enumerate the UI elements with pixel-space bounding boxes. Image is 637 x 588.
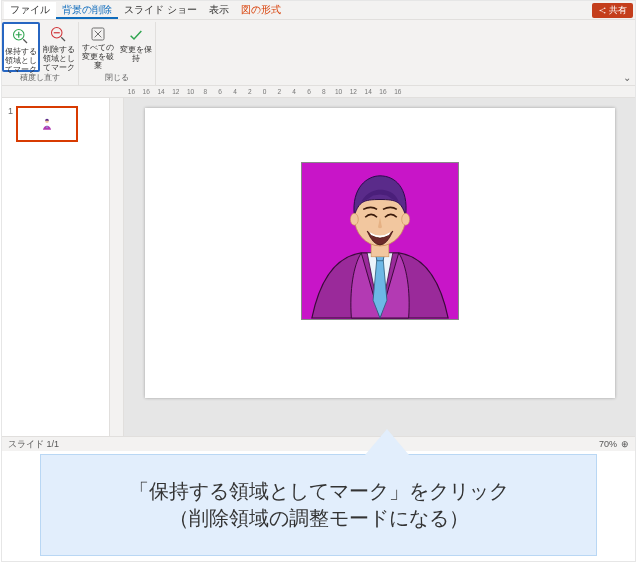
collapse-ribbon-icon[interactable]: ⌄ — [623, 72, 631, 83]
tab-slideshow[interactable]: スライド ショー — [118, 2, 203, 19]
mark-areas-to-remove-button[interactable]: 削除する領域としてマーク — [40, 22, 78, 72]
selected-picture[interactable] — [301, 162, 459, 320]
svg-point-8 — [401, 213, 409, 225]
ribbon: 保持する領域としてマーク 削除する領域としてマーク 積度し直す すべての変更を破… — [2, 20, 635, 86]
mark-remove-label: 削除する領域としてマーク — [41, 45, 77, 73]
slide-counter: スライド 1/1 — [8, 438, 59, 451]
character-image — [302, 162, 458, 319]
workarea: 1 — [2, 98, 635, 436]
share-label: 共有 — [609, 4, 627, 17]
menubar: ファイル 背景の削除 スライド ショー 表示 図の形式 共有 — [2, 1, 635, 20]
slide-thumbnail-panel: 1 — [2, 98, 110, 436]
callout-line1: 「保持する領域としてマーク」をクリック — [129, 478, 509, 505]
thumbnail-character-icon — [41, 117, 53, 131]
ribbon-group-refine: 保持する領域としてマーク 削除する領域としてマーク 積度し直す — [2, 22, 79, 85]
plus-pencil-icon — [12, 28, 30, 46]
ribbon-group-close: すべての変更を破棄 変更を保持 閉じる — [79, 22, 156, 85]
slide-canvas-area[interactable] — [124, 98, 635, 436]
share-button[interactable]: 共有 — [592, 3, 633, 18]
minus-pencil-icon — [50, 26, 68, 44]
keep-label: 変更を保持 — [118, 45, 154, 63]
discard-changes-button[interactable]: すべての変更を破棄 — [79, 22, 117, 72]
slide-thumbnail-1[interactable] — [16, 106, 78, 142]
discard-icon — [89, 26, 107, 42]
tab-file[interactable]: ファイル — [4, 2, 56, 19]
tab-remove-background[interactable]: 背景の削除 — [56, 2, 118, 19]
slide-number: 1 — [8, 106, 13, 142]
slide[interactable] — [145, 108, 615, 398]
keep-changes-button[interactable]: 変更を保持 — [117, 22, 155, 72]
vertical-ruler — [110, 98, 124, 436]
horizontal-ruler: 16161412108642024681012141616 — [2, 86, 635, 98]
statusbar: スライド 1/1 70% ⊕ — [2, 436, 635, 451]
callout-line2: （削除領域の調整モードになる） — [169, 505, 469, 532]
instruction-callout: 「保持する領域としてマーク」をクリック （削除領域の調整モードになる） — [40, 454, 597, 556]
checkmark-icon — [127, 26, 145, 44]
mark-keep-label: 保持する領域としてマーク — [5, 47, 37, 75]
zoom-level[interactable]: 70% — [599, 439, 617, 449]
discard-label: すべての変更を破棄 — [80, 43, 116, 71]
svg-point-7 — [350, 213, 358, 225]
mark-areas-to-keep-button[interactable]: 保持する領域としてマーク — [2, 22, 40, 72]
tab-picture-format[interactable]: 図の形式 — [235, 2, 287, 19]
share-icon — [598, 6, 607, 15]
group-label-close: 閉じる — [105, 72, 129, 84]
fit-to-window-icon[interactable]: ⊕ — [621, 439, 629, 449]
tab-view[interactable]: 表示 — [203, 2, 235, 19]
group-label-refine: 積度し直す — [20, 72, 60, 84]
